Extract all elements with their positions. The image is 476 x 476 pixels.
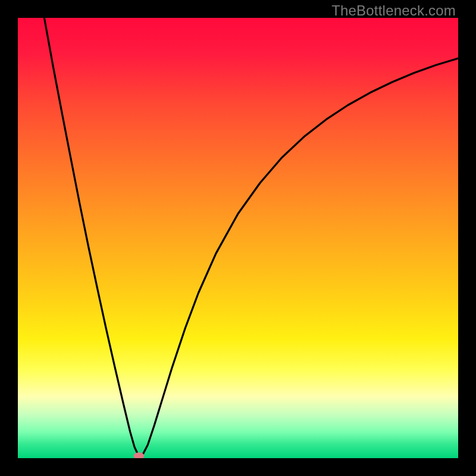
chart-frame [0,0,476,476]
watermark-label: TheBottleneck.com [331,2,456,19]
